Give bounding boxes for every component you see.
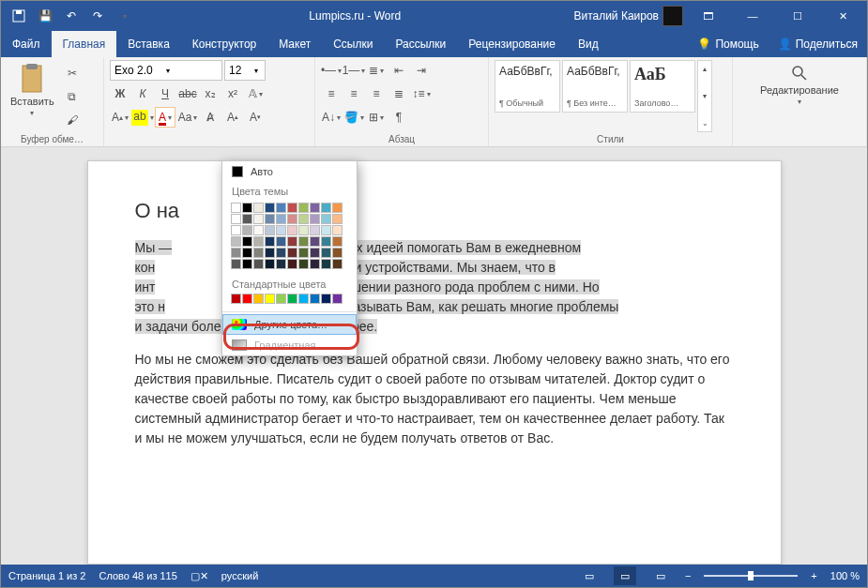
theme-swatch[interactable] xyxy=(276,203,286,213)
tab-mailings[interactable]: Рассылки xyxy=(384,31,457,57)
theme-swatch[interactable] xyxy=(298,248,309,258)
theme-swatch[interactable] xyxy=(231,214,241,224)
theme-swatch[interactable] xyxy=(332,225,343,235)
theme-swatch[interactable] xyxy=(231,203,241,213)
theme-color-grid[interactable] xyxy=(222,201,357,275)
minimize-button[interactable]: — xyxy=(732,2,773,30)
theme-swatch[interactable] xyxy=(231,259,241,269)
save-icon[interactable]: 💾 xyxy=(33,4,57,28)
theme-swatch[interactable] xyxy=(310,236,320,247)
bold-button[interactable]: Ж xyxy=(110,83,130,104)
theme-swatch[interactable] xyxy=(310,248,320,258)
font-color-button[interactable]: A xyxy=(155,107,175,128)
theme-swatch[interactable] xyxy=(253,248,264,258)
theme-swatch[interactable] xyxy=(276,214,286,224)
theme-swatch[interactable] xyxy=(242,248,252,258)
theme-swatch[interactable] xyxy=(242,236,252,247)
standard-swatch[interactable] xyxy=(298,294,309,304)
status-words[interactable]: Слово 48 из 115 xyxy=(99,570,176,581)
theme-swatch[interactable] xyxy=(253,236,264,247)
standard-color-row[interactable] xyxy=(222,294,357,309)
theme-swatch[interactable] xyxy=(276,236,286,247)
bullets-button[interactable]: •― xyxy=(321,60,342,81)
user-avatar[interactable] xyxy=(662,6,683,26)
standard-swatch[interactable] xyxy=(310,294,320,304)
italic-button[interactable]: К xyxy=(132,83,153,104)
theme-swatch[interactable] xyxy=(231,236,241,247)
multilevel-button[interactable]: ≣ xyxy=(366,60,387,81)
tab-design[interactable]: Конструктор xyxy=(181,31,267,57)
cut-icon[interactable]: ✂ xyxy=(62,63,83,83)
theme-swatch[interactable] xyxy=(242,259,252,269)
strike-button[interactable]: abc xyxy=(177,83,198,104)
standard-swatch[interactable] xyxy=(242,294,252,304)
theme-swatch[interactable] xyxy=(298,203,309,213)
text-effects-button[interactable]: 𝔸 xyxy=(245,83,266,104)
status-page[interactable]: Страница 1 из 2 xyxy=(8,570,85,581)
theme-swatch[interactable] xyxy=(265,236,275,247)
tab-layout[interactable]: Макет xyxy=(267,31,322,57)
zoom-slider[interactable] xyxy=(704,575,798,577)
theme-swatch[interactable] xyxy=(298,214,309,224)
theme-swatch[interactable] xyxy=(242,225,252,235)
style-normal[interactable]: АаБбВвГг, ¶ Обычный xyxy=(495,60,560,113)
theme-swatch[interactable] xyxy=(242,214,252,224)
theme-swatch[interactable] xyxy=(265,225,275,235)
shading-button[interactable]: 🪣 xyxy=(343,107,364,128)
style-heading[interactable]: АаБ Заголово… xyxy=(630,60,695,113)
standard-swatch[interactable] xyxy=(231,294,241,304)
styles-scroll-down[interactable]: ▾ xyxy=(698,88,711,104)
tab-references[interactable]: Ссылки xyxy=(322,31,384,57)
copy-icon[interactable]: ⧉ xyxy=(62,86,83,107)
font-size-combo[interactable]: 12▾ xyxy=(224,60,266,81)
styles-scroll-up[interactable]: ▴ xyxy=(698,61,711,77)
gradient-fill[interactable]: Градиентная xyxy=(222,335,357,355)
theme-swatch[interactable] xyxy=(332,259,343,269)
subscript-button[interactable]: x₂ xyxy=(200,83,221,104)
tab-file[interactable]: Файл xyxy=(1,31,52,57)
clear-format-button[interactable]: A̷ xyxy=(200,107,221,128)
highlight-button[interactable]: ab xyxy=(132,107,153,128)
theme-swatch[interactable] xyxy=(276,225,286,235)
show-marks-button[interactable]: ¶ xyxy=(388,107,409,128)
underline-button[interactable]: Ч xyxy=(155,83,175,104)
theme-swatch[interactable] xyxy=(310,203,320,213)
theme-swatch[interactable] xyxy=(276,259,286,269)
status-language[interactable]: русский xyxy=(221,570,258,581)
standard-swatch[interactable] xyxy=(276,294,286,304)
grow-font-button[interactable]: A▴ xyxy=(110,107,130,128)
theme-swatch[interactable] xyxy=(332,236,343,247)
format-painter-icon[interactable]: 🖌 xyxy=(62,110,83,130)
theme-swatch[interactable] xyxy=(310,259,320,269)
sort-button[interactable]: A↓ xyxy=(321,107,342,128)
tab-insert[interactable]: Вставка xyxy=(116,31,181,57)
styles-expand[interactable]: ⌄ xyxy=(698,115,711,131)
numbering-button[interactable]: 1― xyxy=(343,60,364,81)
theme-swatch[interactable] xyxy=(287,259,297,269)
theme-swatch[interactable] xyxy=(253,259,264,269)
view-print-icon[interactable]: ▭ xyxy=(614,566,636,585)
standard-swatch[interactable] xyxy=(265,294,275,304)
tab-review[interactable]: Рецензирование xyxy=(457,31,567,57)
line-spacing-button[interactable]: ↕≡ xyxy=(411,83,432,104)
theme-swatch[interactable] xyxy=(253,203,264,213)
color-auto[interactable]: Авто xyxy=(222,161,357,182)
decrease-indent-button[interactable]: ⇤ xyxy=(388,60,409,81)
user-name[interactable]: Виталий Каиров xyxy=(573,9,659,23)
grow-font-icon[interactable]: A▴ xyxy=(222,107,243,128)
theme-swatch[interactable] xyxy=(321,236,331,247)
theme-swatch[interactable] xyxy=(321,203,331,213)
theme-swatch[interactable] xyxy=(287,225,297,235)
theme-swatch[interactable] xyxy=(310,225,320,235)
editing-button[interactable]: Редактирование ▾ xyxy=(756,60,843,110)
style-nointerval[interactable]: АаБбВвГг, ¶ Без инте… xyxy=(562,60,628,113)
theme-swatch[interactable] xyxy=(332,248,343,258)
close-button[interactable]: ✕ xyxy=(822,2,863,30)
theme-swatch[interactable] xyxy=(298,225,309,235)
font-name-combo[interactable]: Exo 2.0▾ xyxy=(110,60,222,81)
more-colors[interactable]: Другие цвета… xyxy=(222,314,357,335)
redo-icon[interactable]: ↷ xyxy=(85,4,110,28)
theme-swatch[interactable] xyxy=(332,203,343,213)
theme-swatch[interactable] xyxy=(298,236,309,247)
theme-swatch[interactable] xyxy=(332,214,343,224)
